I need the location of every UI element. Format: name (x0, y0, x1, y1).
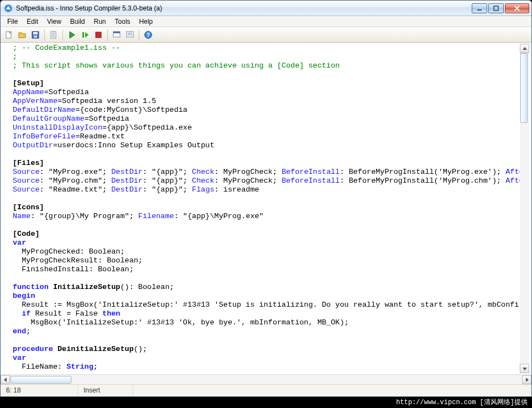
code-token: DefaultDirName (13, 106, 75, 114)
svg-rect-6 (33, 32, 38, 34)
code-token: =Softpedia version 1.5 (58, 97, 156, 105)
stop-button[interactable] (92, 29, 105, 41)
code-line: MyProgCheckResult: Boolean; (13, 256, 143, 265)
code-token: Name (13, 212, 30, 220)
minimize-button[interactable] (472, 3, 487, 13)
code-token: Source (13, 168, 40, 176)
menu-build[interactable]: Build (66, 16, 90, 27)
code-token: String (66, 363, 93, 371)
menu-help[interactable]: Help (135, 16, 158, 27)
menu-edit[interactable]: Edit (22, 16, 43, 27)
code-line: [Setup] (13, 79, 44, 87)
status-edit-mode: Insert (78, 385, 133, 396)
code-token: #13#13 (179, 301, 215, 309)
code-token: InfoBeforeFile (13, 132, 75, 141)
menu-view[interactable]: View (43, 16, 66, 27)
code-token: : "MyProg.exe"; (40, 168, 112, 176)
code-token: : BeforeMyProgInstall('MyProg.chm'); (340, 177, 505, 185)
statusbar: 6: 18 Insert (1, 384, 531, 396)
code-token: AppName (13, 88, 44, 96)
main-window: Softpedia.iss - Inno Setup Compiler 5.3.… (0, 0, 532, 397)
code-editor[interactable]: ; -- CodeExample1.iss -- ; ; This script… (1, 43, 531, 374)
code-token: DestDir (111, 185, 143, 194)
target-list-button[interactable] (124, 29, 136, 41)
app-icon (4, 4, 13, 13)
svg-marker-19 (526, 378, 529, 382)
editor-area: ; -- CodeExample1.iss -- ; ; This script… (1, 43, 531, 384)
svg-marker-21 (523, 368, 527, 370)
compile-button[interactable] (48, 29, 60, 41)
code-token: AppVerName (13, 97, 58, 105)
target-button[interactable] (111, 29, 123, 41)
code-token: procedure (13, 345, 58, 353)
help-button[interactable]: ? (142, 29, 154, 41)
code-token: : "{app}"; (143, 185, 192, 194)
code-line: [Files] (13, 159, 44, 167)
menu-run[interactable]: Run (90, 16, 111, 27)
scroll-right-button[interactable] (522, 375, 531, 384)
code-token: 'Ok, bye bye.' (179, 318, 241, 327)
code-token: FileName: (13, 363, 66, 371)
code-token: , mbConfir (479, 301, 524, 309)
toolbar: ? (1, 27, 531, 43)
scroll-left-button[interactable] (1, 375, 10, 384)
window-title: Softpedia.iss - Inno Setup Compiler 5.3.… (16, 4, 472, 12)
run-button[interactable] (66, 29, 78, 41)
code-token: (): Boolean; (120, 283, 174, 291)
scroll-up-button[interactable] (520, 44, 529, 53)
svg-rect-7 (34, 35, 37, 38)
vscroll-track[interactable] (520, 53, 529, 364)
code-token: UninstallDisplayIcon (13, 123, 102, 132)
code-token: ={app}\Softpedia.exe (102, 123, 192, 132)
code-token: then (102, 309, 120, 318)
code-token: BeforeInstall (281, 177, 340, 185)
code-token: : "Readme.txt"; (40, 185, 112, 194)
code-token: if (13, 309, 35, 318)
titlebar: Softpedia.iss - Inno Setup Compiler 5.3.… (1, 1, 531, 16)
svg-rect-10 (82, 32, 84, 38)
code-token: =userdocs:Inno Setup Examples Output (53, 141, 215, 149)
code-token: DeinitializeSetup (58, 345, 134, 353)
code-token: : "{group}\My Program"; (30, 212, 138, 220)
new-button[interactable] (3, 29, 15, 41)
code-token: Check (192, 177, 215, 185)
menu-file[interactable]: File (3, 16, 22, 27)
scroll-down-button[interactable] (520, 364, 529, 373)
code-line: ; (13, 53, 17, 61)
vertical-scrollbar (520, 44, 529, 373)
code-token: : "MyProg.chm"; (40, 177, 112, 185)
code-token: : MyProgCheck; (215, 168, 282, 176)
vscroll-thumb[interactable] (520, 53, 528, 123)
code-token: Result := MsgBox( (13, 301, 98, 309)
code-token: (); (134, 345, 147, 353)
watermark-text: http://www.vipcn.com [清风网络]提供 (396, 397, 528, 407)
status-cursor-pos: 6: 18 (1, 385, 78, 396)
code-token: MsgBox( (13, 318, 62, 327)
hscroll-track[interactable] (10, 375, 522, 384)
svg-marker-20 (523, 47, 527, 50)
svg-rect-14 (113, 32, 120, 33)
menubar: File Edit View Build Run Tools Help (1, 16, 531, 27)
code-token: DestDir (111, 177, 143, 185)
code-token: Check (192, 168, 215, 176)
code-token: DestDir (111, 168, 143, 176)
code-token: =Softpedia (44, 88, 89, 96)
code-token: =Softpedia (85, 115, 129, 123)
svg-rect-2 (494, 6, 498, 11)
code-token: Source (13, 177, 40, 185)
code-token: : "{app}\MyProg.exe" (174, 212, 264, 220)
code-token: : "{app}"; (143, 177, 192, 185)
step-button[interactable] (79, 29, 91, 41)
open-button[interactable] (16, 29, 28, 41)
code-line: [Code] (13, 230, 40, 238)
code-token: 'Setup is initializing. Do you really wa… (215, 301, 479, 309)
menu-tools[interactable]: Tools (111, 16, 135, 27)
save-button[interactable] (29, 29, 41, 41)
close-button[interactable] (505, 3, 529, 13)
code-line: MyProgChecked: Boolean; (13, 247, 125, 256)
hscroll-thumb[interactable] (11, 376, 71, 384)
code-line: var (13, 354, 26, 362)
code-token: InitializeSetup (53, 283, 121, 291)
code-token: #13#13 (143, 318, 179, 327)
maximize-button[interactable] (488, 3, 504, 13)
